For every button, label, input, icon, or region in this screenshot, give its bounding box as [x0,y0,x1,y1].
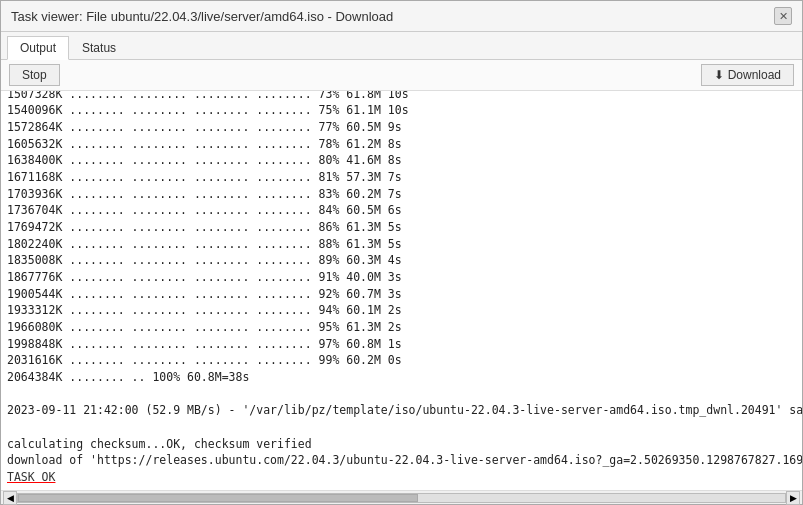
scroll-left-button[interactable]: ◀ [3,491,17,505]
tab-status[interactable]: Status [69,36,129,59]
horizontal-scrollbar-track[interactable] [17,493,786,503]
horizontal-scrollbar-area: ◀ ▶ [1,490,802,504]
download-button[interactable]: ⬇ Download [701,64,794,86]
stop-button[interactable]: Stop [9,64,60,86]
close-button[interactable]: ✕ [774,7,792,25]
title-bar: Task viewer: File ubuntu/22.04.3/live/se… [1,1,802,32]
toolbar: Stop ⬇ Download [1,60,802,91]
scroll-right-button[interactable]: ▶ [786,491,800,505]
task-viewer-window: Task viewer: File ubuntu/22.04.3/live/se… [0,0,803,505]
output-area: 1474560K ........ ........ ........ ....… [1,91,802,490]
horizontal-scrollbar-thumb[interactable] [18,494,418,502]
window-title: Task viewer: File ubuntu/22.04.3/live/se… [11,9,393,24]
download-label: Download [728,68,781,82]
output-scroll[interactable]: 1474560K ........ ........ ........ ....… [1,91,802,490]
download-icon: ⬇ [714,68,724,82]
tab-output[interactable]: Output [7,36,69,60]
tabs-bar: Output Status [1,32,802,60]
